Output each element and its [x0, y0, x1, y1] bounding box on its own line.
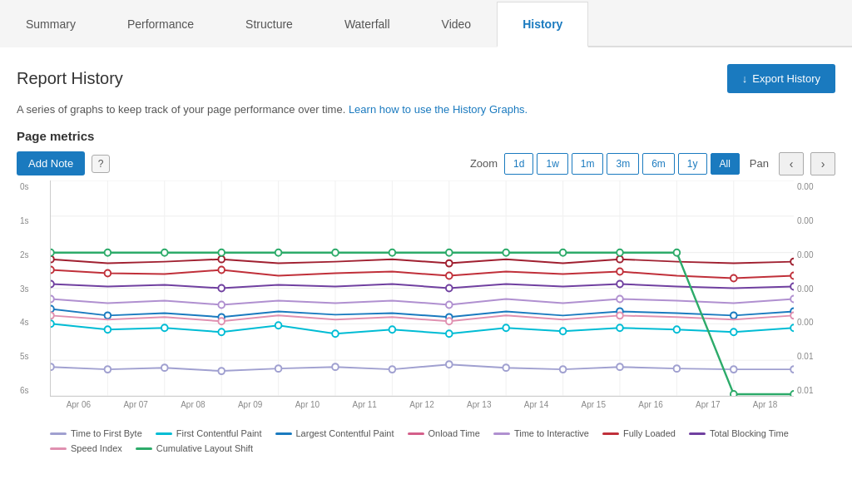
zoom-btn-1y[interactable]: 1y	[678, 153, 707, 175]
x-axis-label: Apr 12	[394, 400, 451, 409]
tab-history[interactable]: History	[497, 2, 588, 47]
pan-right-button[interactable]: ›	[810, 152, 835, 175]
svg-point-82	[105, 250, 111, 256]
y-right-label: 0.00	[797, 318, 832, 327]
legend-color	[602, 432, 619, 435]
x-axis-label: Apr 16	[622, 400, 680, 409]
svg-point-34	[105, 326, 111, 333]
history-graphs-link[interactable]: Learn how to use the History Graphs.	[349, 103, 528, 116]
svg-point-91	[617, 250, 623, 256]
x-axis-label: Apr 06	[50, 400, 107, 409]
svg-point-67	[218, 256, 225, 263]
svg-point-28	[560, 366, 567, 373]
svg-point-24	[332, 363, 339, 370]
content-header: Report History ↓ Export History	[17, 64, 835, 93]
svg-point-84	[218, 250, 225, 256]
svg-point-81	[51, 250, 54, 256]
svg-point-48	[105, 312, 111, 319]
zoom-controls: Zoom 1d1w1m3m6m1yAll	[470, 153, 740, 175]
svg-point-73	[446, 318, 453, 324]
chart-controls: Add Note ? Zoom 1d1w1m3m6m1yAll Pan ‹ ›	[17, 151, 835, 175]
svg-point-90	[560, 250, 567, 256]
svg-point-56	[218, 267, 225, 274]
x-axis-label: Apr 11	[336, 400, 394, 409]
zoom-btn-6m[interactable]: 6m	[642, 153, 675, 175]
zoom-btn-3m[interactable]: 3m	[607, 153, 639, 175]
zoom-btn-1m[interactable]: 1m	[572, 153, 604, 175]
svg-point-66	[51, 256, 54, 263]
zoom-label: Zoom	[470, 157, 498, 170]
y-right-label: 0.00	[797, 216, 832, 225]
subtitle: A series of graphs to keep track of your…	[17, 103, 835, 116]
svg-point-69	[617, 256, 623, 263]
svg-point-71	[51, 312, 54, 319]
tab-video[interactable]: Video	[416, 2, 498, 47]
legend-color	[136, 447, 152, 450]
y-left-label: 1s	[20, 216, 47, 225]
svg-point-22	[218, 368, 225, 374]
x-axis-label: Apr 15	[565, 400, 622, 409]
legend-label: Largest Contentful Paint	[296, 428, 394, 438]
svg-point-89	[503, 250, 509, 256]
zoom-btn-all[interactable]: All	[711, 153, 740, 175]
legend-color	[408, 432, 424, 435]
svg-point-21	[161, 364, 168, 371]
svg-point-61	[51, 295, 54, 302]
page-title: Report History	[17, 69, 123, 88]
svg-point-58	[617, 269, 623, 275]
download-icon: ↓	[742, 72, 748, 85]
x-axis-label: Apr 13	[450, 400, 508, 409]
add-note-button[interactable]: Add Note	[17, 151, 85, 175]
svg-point-35	[161, 324, 168, 331]
svg-point-74	[617, 312, 623, 319]
legend-item: Onload Time	[408, 428, 480, 438]
svg-point-87	[389, 250, 396, 256]
tab-waterfall[interactable]: Waterfall	[319, 2, 416, 47]
legend-item: Fully Loaded	[602, 428, 676, 438]
legend-color	[50, 432, 67, 435]
legend-label: First Contentful Paint	[176, 428, 262, 438]
y-axis-right: 0.010.010.000.000.000.000.00	[794, 180, 835, 397]
svg-point-42	[560, 328, 567, 334]
svg-point-78	[446, 285, 453, 292]
export-history-button[interactable]: ↓ Export History	[727, 64, 835, 93]
legend-item: Speed Index	[50, 443, 122, 453]
legend-color	[50, 447, 67, 450]
svg-point-41	[503, 324, 509, 331]
legend-color	[493, 432, 510, 435]
legend-label: Speed Index	[71, 443, 122, 453]
pan-left-button[interactable]: ‹	[779, 152, 804, 175]
x-axis-label: Apr 18	[736, 400, 794, 409]
tab-summary[interactable]: Summary	[0, 2, 102, 47]
tab-structure[interactable]: Structure	[220, 2, 319, 47]
x-axis-label: Apr 07	[107, 400, 165, 409]
section-title: Page metrics	[17, 129, 835, 143]
legend-color	[156, 432, 172, 435]
legend-item: Largest Contentful Paint	[275, 428, 394, 438]
legend-label: Total Blocking Time	[710, 428, 789, 438]
svg-point-37	[275, 322, 282, 329]
y-left-label: 0s	[20, 182, 47, 191]
svg-point-36	[218, 329, 225, 335]
svg-point-29	[617, 363, 623, 370]
svg-point-45	[731, 329, 737, 335]
svg-point-39	[389, 326, 396, 333]
tab-performance[interactable]: Performance	[102, 2, 220, 47]
y-right-label: 0.01	[797, 386, 832, 395]
legend-color	[275, 432, 292, 435]
svg-point-57	[446, 273, 453, 279]
zoom-btn-1w[interactable]: 1w	[537, 153, 567, 175]
help-button[interactable]: ?	[92, 155, 110, 173]
zoom-btn-1d[interactable]: 1d	[504, 153, 533, 175]
x-axis: Apr 06Apr 07Apr 08Apr 09Apr 10Apr 11Apr …	[50, 397, 794, 422]
export-button-label: Export History	[752, 72, 820, 85]
svg-point-68	[446, 260, 453, 267]
svg-point-26	[446, 361, 453, 368]
y-axis-left: 6s5s4s3s2s1s0s	[17, 180, 50, 397]
legend-item: First Contentful Paint	[156, 428, 262, 438]
svg-point-55	[105, 270, 111, 277]
legend-color	[689, 432, 706, 435]
svg-point-44	[674, 326, 681, 333]
y-left-label: 5s	[20, 352, 47, 361]
svg-point-72	[218, 318, 225, 324]
